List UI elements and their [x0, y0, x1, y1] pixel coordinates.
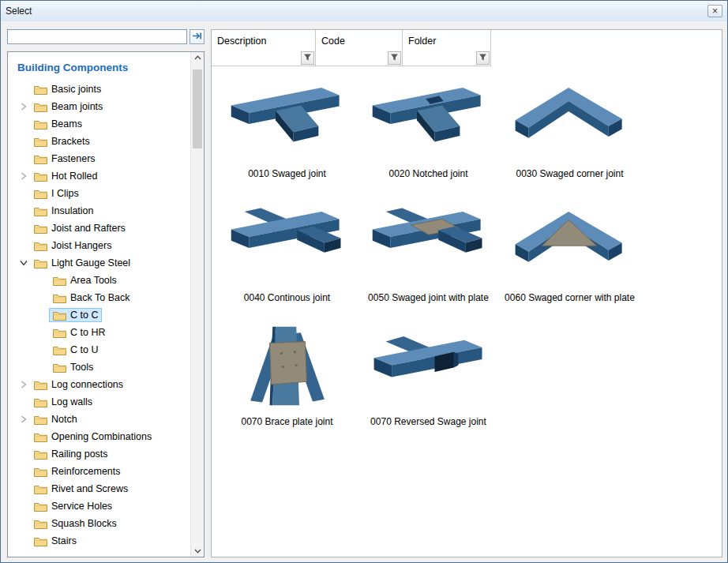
tree-item-tools[interactable]: Tools	[16, 358, 190, 376]
filter-button-code[interactable]	[388, 51, 401, 65]
component-thumbnail	[507, 73, 633, 163]
component-item-0030-swaged-corner-joint[interactable]: 0030 Swaged corner joint	[499, 73, 640, 197]
component-item-0050-swaged-joint-with-plate[interactable]: 0050 Swaged joint with plate	[358, 197, 499, 321]
component-label: 0070 Reversed Swage joint	[370, 416, 486, 427]
folder-icon	[34, 467, 47, 477]
select-dialog: Select × Building Components Basic joint…	[0, 0, 728, 563]
tree-item-log-connections[interactable]: Log connections	[16, 376, 190, 393]
scrollbar-down-icon[interactable]	[191, 549, 204, 554]
tree-item-body: Joist and Rafters	[30, 221, 129, 235]
arrow-spacer	[36, 362, 49, 372]
expand-chevron-icon[interactable]	[17, 380, 30, 389]
tree-item-label: Light Gauge Steel	[51, 257, 130, 268]
expand-chevron-icon[interactable]	[17, 415, 30, 424]
expand-chevron-icon[interactable]	[17, 102, 30, 111]
tree-item-c-to-u[interactable]: C to U	[16, 341, 190, 358]
tree-item-reinforcements[interactable]: Reinforcements	[16, 463, 190, 480]
filter-button-description[interactable]	[301, 51, 314, 65]
arrow-spacer	[36, 345, 49, 355]
component-tree-panel: Building Components Basic jointsBeam joi…	[7, 51, 205, 557]
tree-item-squash-blocks[interactable]: Squash Blocks	[16, 515, 190, 532]
tree-item-body: Fasteners	[30, 152, 99, 166]
tree-item-back-to-back[interactable]: Back To Back	[16, 289, 190, 306]
column-header-code[interactable]: Code	[316, 30, 403, 66]
tree-item-body: Log walls	[30, 395, 96, 409]
tree-item-joist-hangers[interactable]: Joist Hangers	[16, 237, 190, 254]
tree-item-brackets[interactable]: Brackets	[16, 133, 190, 150]
filter-button-folder[interactable]	[476, 51, 490, 65]
folder-icon	[34, 536, 47, 546]
arrow-spacer	[17, 519, 30, 528]
arrow-spacer	[17, 449, 30, 459]
component-label: 0010 Swaged joint	[248, 168, 326, 179]
component-label: 0020 Notched joint	[388, 168, 467, 179]
folder-icon	[53, 276, 66, 286]
tree-item-label: Beam joints	[51, 101, 103, 112]
component-item-0040-continous-joint[interactable]: 0040 Continous joint	[216, 197, 358, 321]
arrow-spacer	[36, 310, 49, 320]
tree-item-label: Log connections	[51, 379, 123, 390]
folder-icon	[34, 415, 47, 425]
tree-item-label: Fasteners	[51, 153, 96, 164]
tree-item-body: Rivet and Screws	[30, 482, 132, 496]
tree-item-rivet-and-screws[interactable]: Rivet and Screws	[16, 480, 190, 497]
component-thumbnail	[366, 321, 492, 411]
tree-item-label: I Clips	[51, 188, 79, 199]
component-label: 0040 Continous joint	[244, 292, 330, 303]
tree-item-insulation[interactable]: Insulation	[16, 202, 190, 220]
tree-scrollbar[interactable]	[190, 52, 204, 557]
tree-item-service-holes[interactable]: Service Holes	[16, 497, 190, 515]
tree-item-body: Back To Back	[49, 291, 134, 305]
tree-item-label: Tools	[70, 362, 93, 373]
tree-item-body: Light Gauge Steel	[30, 256, 134, 270]
arrow-spacer	[36, 328, 49, 337]
tree-item-c-to-c[interactable]: C to C	[16, 306, 190, 324]
tree-item-fasteners[interactable]: Fasteners	[16, 150, 190, 167]
arrow-spacer	[17, 432, 30, 441]
tree-item-body: C to U	[49, 343, 102, 357]
arrow-spacer	[17, 223, 30, 233]
component-item-0070-brace-plate-joint[interactable]: 0070 Brace plate joint	[216, 321, 358, 445]
component-label: 0050 Swaged joint with plate	[368, 292, 489, 303]
tree-item-body: Joist Hangers	[30, 238, 115, 253]
tree-item-stairs[interactable]: Stairs	[16, 532, 190, 550]
collapse-chevron-icon[interactable]	[19, 257, 28, 269]
tree-item-i-clips[interactable]: I Clips	[16, 185, 190, 202]
tree-item-joist-and-rafters[interactable]: Joist and Rafters	[16, 220, 190, 237]
column-header-description[interactable]: Description	[212, 30, 316, 66]
tree-item-label: Joist Hangers	[51, 240, 111, 251]
component-item-0010-swaged-joint[interactable]: 0010 Swaged joint	[216, 73, 358, 197]
component-label: 0060 Swaged corner with plate	[505, 292, 635, 303]
tree-item-label: Joist and Rafters	[51, 223, 126, 234]
tree-item-notch[interactable]: Notch	[16, 411, 190, 428]
title-bar: Select ×	[1, 1, 727, 21]
window-title: Select	[6, 6, 32, 17]
component-item-0070-reversed-swage-joint[interactable]: 0070 Reversed Swage joint	[358, 321, 499, 445]
tree-item-label: C to C	[70, 310, 98, 321]
tree-item-c-to-hr[interactable]: C to HR	[16, 324, 190, 341]
folder-icon	[34, 258, 47, 268]
tree-item-beams[interactable]: Beams	[16, 115, 190, 133]
tree-item-beam-joints[interactable]: Beam joints	[16, 98, 190, 115]
component-label: 0070 Brace plate joint	[241, 416, 332, 427]
tree-item-opening-combinations[interactable]: Opening Combinations	[16, 428, 190, 445]
tree-item-log-walls[interactable]: Log walls	[16, 393, 190, 411]
arrow-right-icon	[192, 31, 202, 43]
expand-chevron-icon[interactable]	[17, 171, 30, 181]
search-go-button[interactable]	[190, 29, 205, 44]
tree-item-light-gauge-steel[interactable]: Light Gauge Steel	[16, 254, 190, 272]
component-item-0020-notched-joint[interactable]: 0020 Notched joint	[358, 73, 499, 197]
tree-list: Building Components Basic jointsBeam joi…	[8, 52, 190, 557]
tree-item-area-tools[interactable]: Area Tools	[16, 272, 190, 289]
folder-icon	[34, 189, 47, 199]
tree-item-basic-joints[interactable]: Basic joints	[16, 81, 190, 98]
tree-item-railing-posts[interactable]: Railing posts	[16, 445, 190, 463]
column-header-folder[interactable]: Folder	[403, 30, 491, 66]
scrollbar-thumb[interactable]	[193, 69, 202, 148]
scrollbar-up-icon[interactable]	[191, 55, 204, 60]
close-button[interactable]: ×	[707, 5, 722, 17]
tree-item-hot-rolled[interactable]: Hot Rolled	[16, 167, 190, 185]
search-input[interactable]	[7, 29, 187, 44]
arrow-spacer	[17, 119, 30, 129]
component-item-0060-swaged-corner-with-plate[interactable]: 0060 Swaged corner with plate	[499, 197, 640, 321]
